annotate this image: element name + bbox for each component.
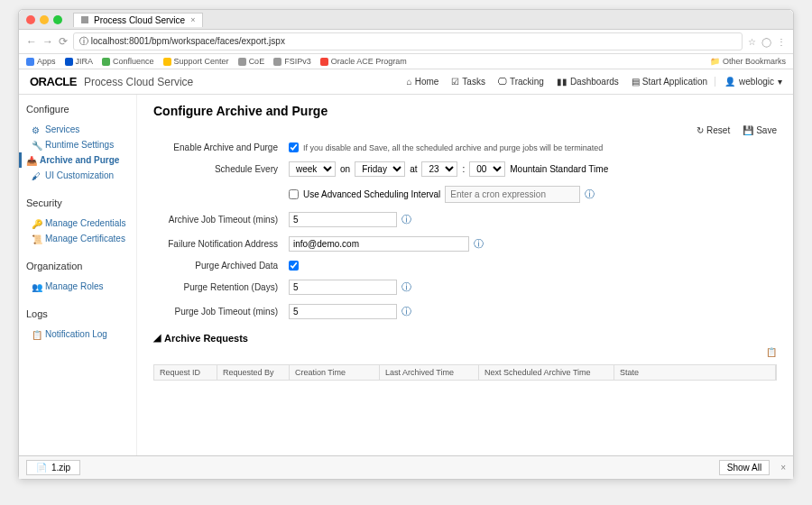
dashboards-icon: ▮▮ [557,77,567,87]
email-input[interactable] [289,236,469,252]
requests-table-header: Request ID Requested By Creation Time La… [153,364,777,381]
reset-button[interactable]: ↻Reset [697,125,730,135]
info-icon[interactable]: ⓘ [585,188,595,201]
oracle-logo: ORACLE [30,75,77,88]
address-bar: ← → ⟳ ⓘ localhost:8001/bpm/workspace/fac… [19,30,793,54]
maximize-window-button[interactable] [53,15,62,24]
other-bookmarks[interactable]: 📁 Other Bookmarks [710,57,786,66]
schedule-hour-select[interactable]: 23 [421,161,457,177]
downloads-bar: 📄1.zip Show All × [19,455,793,479]
info-icon[interactable]: ⓘ [401,305,411,318]
sidebar-item-archive[interactable]: 📥Archive and Purge [19,152,129,168]
confluence-bookmark[interactable]: Confluence [102,57,154,66]
sidebar-item-services[interactable]: ⚙Services [26,122,129,137]
file-icon: 📄 [36,463,47,473]
collapse-icon[interactable]: ◢ [153,332,161,344]
purge-checkbox[interactable] [289,261,299,271]
sidebar-group-security: Security [26,197,129,208]
show-all-button[interactable]: Show All [719,460,770,475]
browser-tab[interactable]: Process Cloud Service × [73,13,203,27]
schedule-day-select[interactable]: Friday [355,161,405,177]
sidebar-group-organization: Organization [26,261,129,271]
nav-tasks[interactable]: ☑Tasks [451,77,485,87]
sidebar-item-notifications[interactable]: 📋Notification Log [26,326,129,342]
info-icon[interactable]: ⓘ [401,280,411,294]
home-icon: ⌂ [407,77,412,87]
enable-checkbox[interactable] [289,142,299,152]
nav-start[interactable]: ▤Start Application [632,77,707,87]
enable-hint: If you disable and Save, all the schedul… [303,143,603,152]
brush-icon: 🖌 [32,171,41,180]
schedule-minute-select[interactable]: 00 [469,161,505,177]
user-menu[interactable]: 👤 weblogic ▾ [715,77,782,87]
advanced-label: Use Advanced Scheduling Interval [303,189,440,199]
key-icon: 🔑 [32,219,41,228]
tracking-icon: 🖵 [498,77,507,87]
retention-label: Purge Retention (Days) [153,282,289,292]
app-header: ORACLE Process Cloud Service ⌂Home ☑Task… [19,69,793,95]
schedule-label: Schedule Every [153,164,289,174]
download-item[interactable]: 📄1.zip [26,460,80,475]
star-icon[interactable]: ☆ [748,37,756,47]
page-title: Configure Archive and Purge [153,104,777,118]
sidebar-item-roles[interactable]: 👥Manage Roles [26,279,129,294]
cert-icon: 📜 [32,234,41,243]
fsip-bookmark[interactable]: FSIPv3 [273,57,311,66]
sidebar-group-configure: Configure [26,104,129,115]
archive-requests-header: ◢Archive Requests [153,332,777,344]
app-title: Process Cloud Service [84,76,193,88]
minimize-window-button[interactable] [40,15,49,24]
info-icon[interactable]: ⓘ [474,237,484,251]
sidebar-item-ui[interactable]: 🖌UI Customization [26,168,129,183]
close-tab-icon[interactable]: × [190,15,195,24]
jira-bookmark[interactable]: JIRA [65,57,94,66]
sidebar-item-credentials[interactable]: 🔑Manage Credentials [26,216,129,231]
purgetimeout-input[interactable] [289,304,397,319]
tab-title: Process Cloud Service [94,15,185,25]
sidebar: Configure ⚙Services 🔧Runtime Settings 📥A… [19,95,136,455]
users-icon: 👥 [32,282,41,291]
bookmark-bar: Apps JIRA Confluence Support Center CoE … [19,54,793,69]
nav-dashboards[interactable]: ▮▮Dashboards [557,77,619,87]
retention-input[interactable] [289,280,397,295]
user-icon: 👤 [724,77,735,87]
enable-label: Enable Archive and Purge [153,142,289,152]
timeout-input[interactable] [289,212,397,227]
log-icon: 📋 [32,330,41,339]
purgetimeout-label: Purge Job Timeout (mins) [153,307,289,317]
coe-bookmark[interactable]: CoE [238,57,265,66]
main-panel: Configure Archive and Purge ↻Reset 💾Save… [136,95,793,455]
window-titlebar: Process Cloud Service × [19,10,793,30]
export-icon[interactable]: 📋 [766,347,777,357]
support-bookmark[interactable]: Support Center [163,57,229,66]
close-downloads-icon[interactable]: × [780,463,786,473]
profile-icon[interactable]: ◯ [761,37,771,47]
favicon-icon [81,16,88,23]
tasks-icon: ☑ [451,77,459,87]
sidebar-item-runtime[interactable]: 🔧Runtime Settings [26,137,129,152]
sidebar-group-logs: Logs [26,308,129,319]
nav-home[interactable]: ⌂Home [407,77,439,87]
cron-input[interactable] [445,186,580,203]
chevron-down-icon: ▾ [778,77,782,87]
start-icon: ▤ [632,77,640,87]
close-window-button[interactable] [26,15,35,24]
menu-icon[interactable]: ⋮ [777,37,786,47]
sidebar-item-certificates[interactable]: 📜Manage Certificates [26,231,129,246]
nav-tracking[interactable]: 🖵Tracking [498,77,544,87]
advanced-checkbox[interactable] [289,189,299,199]
reload-icon[interactable]: ⟳ [59,35,68,48]
schedule-unit-select[interactable]: week [289,161,336,177]
apps-bookmark[interactable]: Apps [26,57,56,66]
back-icon[interactable]: ← [26,35,37,48]
forward-icon[interactable]: → [42,35,53,48]
info-icon[interactable]: ⓘ [401,213,411,226]
timeout-label: Archive Job Timeout (mins) [153,215,289,225]
ace-bookmark[interactable]: Oracle ACE Program [320,57,407,66]
save-icon: 💾 [743,125,753,135]
save-button[interactable]: 💾Save [743,125,777,135]
timezone-label: Mountain Standard Time [510,164,608,174]
purge-label: Purge Archived Data [153,261,289,271]
reset-icon: ↻ [697,125,704,135]
url-input[interactable]: ⓘ localhost:8001/bpm/workspace/faces/exp… [73,32,743,50]
